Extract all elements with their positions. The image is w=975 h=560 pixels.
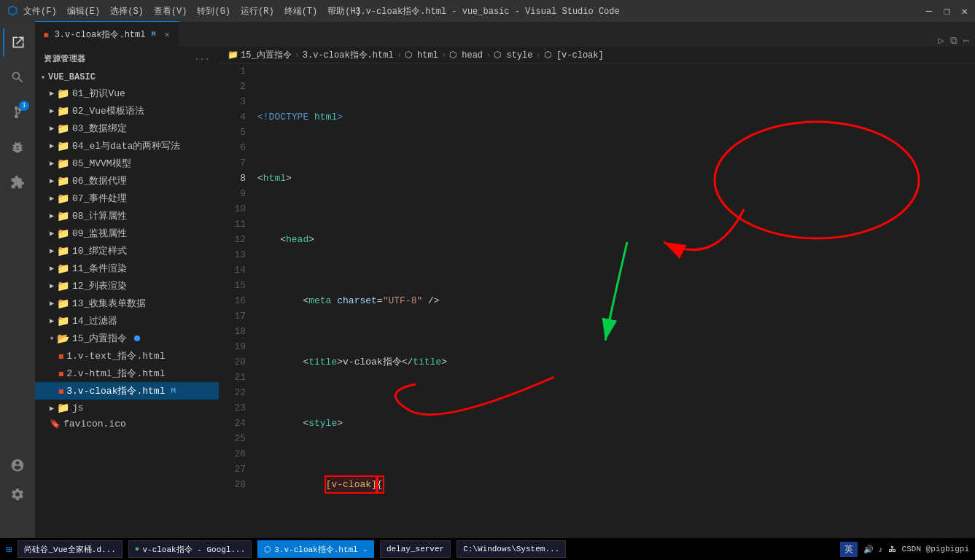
editor-area: 📁 15_内置指令 › 3.v-cloak指令.html › ⬡ html › …: [219, 47, 975, 560]
breadcrumb-sep2: ›: [397, 50, 402, 61]
breadcrumb-sep5: ›: [536, 50, 541, 61]
sidebar-icon-search[interactable]: [3, 63, 32, 92]
sidebar-icon-scm[interactable]: 1: [3, 98, 32, 127]
folder-icon: 📁: [57, 402, 69, 414]
code-token: <: [257, 232, 286, 247]
maximize-button[interactable]: ❐: [944, 5, 949, 18]
folder-07[interactable]: ▶ 📁 07_事件处理: [35, 190, 219, 207]
file-2-vhtml[interactable]: ◼ 2.v-html_指令.html: [35, 365, 219, 382]
code-token: >v-cloak指令</: [337, 354, 413, 370]
taskbar-icons: 🔊 ♪ 🖧: [863, 545, 896, 554]
menu-view[interactable]: 查看(V): [154, 5, 187, 18]
folder-label: 07_事件处理: [72, 192, 127, 205]
file-favicon[interactable]: 🔖 favicon.ico: [35, 416, 219, 432]
code-line-4: <meta charset="UTF-8" />: [257, 293, 975, 308]
folder-label: 01_初识Vue: [72, 87, 125, 100]
breadcrumb-head[interactable]: ⬡ head: [449, 50, 483, 61]
taskbar-item-sgg[interactable]: 尚硅谷_Vue全家桶.d...: [18, 540, 122, 558]
folder-14[interactable]: ▶ 📁 14_过滤器: [35, 312, 219, 330]
folder-icon-small: 📁: [228, 50, 238, 61]
breadcrumb-style[interactable]: ⬡ style: [494, 50, 532, 61]
tab-vcloak[interactable]: ◼ 3.v-cloak指令.html M ✕: [35, 21, 179, 47]
breadcrumb-vcloak[interactable]: ⬡ [v-cloak]: [544, 50, 604, 61]
line-num-20: 20: [228, 354, 246, 370]
code-token: meta: [308, 293, 337, 308]
folder-triangle: ▶: [50, 159, 54, 168]
folder-15[interactable]: ▾ 📂 15_内置指令: [35, 330, 219, 347]
sidebar-icon-debug[interactable]: [3, 133, 32, 162]
code-container[interactable]: 1 2 3 4 5 6 7 8 9 10 11 12 13 14 15 16 1: [219, 63, 975, 544]
sidebar-icon-extensions[interactable]: [3, 168, 32, 197]
folder-09[interactable]: ▶ 📁 09_监视属性: [35, 225, 219, 242]
folder-11[interactable]: ▶ 📁 11_条件渲染: [35, 260, 219, 277]
folder-05[interactable]: ▶ 📁 05_MVVM模型: [35, 155, 219, 172]
minimize-button[interactable]: —: [926, 5, 932, 18]
run-icon[interactable]: ▷: [938, 34, 944, 47]
folder-06[interactable]: ▶ 📁 06_数据代理: [35, 172, 219, 190]
line-num-22: 22: [228, 385, 246, 400]
folder-icon: 📁: [57, 315, 69, 327]
windows-icon[interactable]: ⊞: [6, 543, 12, 556]
file-3-vcloak[interactable]: ◼ 3.v-cloak指令.html M: [35, 382, 219, 400]
folder-triangle: ▶: [50, 264, 54, 273]
line-num-24: 24: [228, 416, 246, 431]
folder-icon: 📁: [57, 105, 69, 117]
folder-icon: 📁: [57, 262, 69, 275]
taskbar-item-cmd[interactable]: C:\Windows\System...: [457, 540, 566, 558]
line-num-19: 19: [228, 339, 246, 354]
folder-label: 09_监视属性: [72, 227, 127, 240]
folder-triangle: ▶: [50, 141, 54, 150]
sidebar-icon-settings[interactable]: [3, 480, 32, 509]
taskbar-item-label: v-cloak指令 - Googl...: [142, 544, 245, 555]
folder-04[interactable]: ▶ 📁 04_el与data的两种写法: [35, 137, 219, 155]
taskbar-item-label: 尚硅谷_Vue全家桶.d...: [24, 544, 115, 555]
breadcrumb-sep4: ›: [486, 50, 491, 61]
folder-icon: 📁: [57, 228, 69, 240]
folder-triangle: ▶: [50, 106, 54, 115]
more-icon[interactable]: ⋯: [963, 34, 969, 47]
breadcrumb-15[interactable]: 📁 15_内置指令: [228, 49, 292, 61]
breadcrumb-text: ⬡ html: [405, 50, 438, 61]
breadcrumb-text: ⬡ [v-cloak]: [544, 50, 604, 61]
folder-13[interactable]: ▶ 📁 13_收集表单数据: [35, 295, 219, 312]
menu-select[interactable]: 选择(S): [110, 5, 144, 18]
folder-label: 06_数据代理: [72, 174, 127, 187]
taskbar-item-delay[interactable]: delay_server: [380, 540, 451, 558]
folder-js[interactable]: ▶ 📁 js: [35, 400, 219, 416]
breadcrumb-html[interactable]: ⬡ html: [405, 50, 438, 61]
code-line-1: <!DOCTYPE html>: [257, 109, 975, 125]
folder-12[interactable]: ▶ 📁 12_列表渲染: [35, 277, 219, 295]
folder-icon: 📁: [57, 298, 69, 310]
sidebar-icon-explorer[interactable]: [3, 47, 32, 57]
file-1-vtext[interactable]: ◼ 1.v-text_指令.html: [35, 347, 219, 365]
line-num-26: 26: [228, 446, 246, 462]
folder-01[interactable]: ▶ 📁 01_初识Vue: [35, 85, 219, 102]
sidebar-icon-accounts[interactable]: [3, 451, 32, 480]
menu-goto[interactable]: 转到(G): [197, 5, 230, 18]
folder-08[interactable]: ▶ 📁 08_计算属性: [35, 207, 219, 225]
main-content: 1 资源管理器 ··· ▾ VUE_BASIC: [0, 47, 975, 560]
code-line-7: [v-cloak]{: [257, 477, 975, 492]
breadcrumb-file[interactable]: 3.v-cloak指令.html: [303, 49, 394, 61]
toolbar-right: ▷ ⧉ ⋯: [932, 34, 975, 47]
root-folder[interactable]: ▾ VUE_BASIC: [35, 70, 219, 85]
line-num-11: 11: [228, 217, 246, 232]
code-token: >: [286, 171, 292, 186]
menu-edit[interactable]: 编辑(E): [67, 5, 101, 18]
menu-file[interactable]: 文件(F): [23, 5, 57, 18]
taskbar-item-vscode[interactable]: ⬡ 3.v-cloak指令.html -: [257, 540, 374, 558]
split-icon[interactable]: ⧉: [950, 35, 957, 47]
folder-03[interactable]: ▶ 📁 03_数据绑定: [35, 120, 219, 137]
close-button[interactable]: ✕: [962, 5, 968, 18]
line-num-10: 10: [228, 201, 246, 217]
tab-close-icon[interactable]: ✕: [164, 29, 169, 40]
menu-terminal[interactable]: 终端(T): [284, 5, 318, 18]
taskbar-item-chrome[interactable]: ● v-cloak指令 - Googl...: [128, 540, 252, 558]
folder-10[interactable]: ▶ 📁 10_绑定样式: [35, 242, 219, 260]
code-line-5: <title>v-cloak指令</title>: [257, 354, 975, 370]
menu-run[interactable]: 运行(R): [241, 5, 274, 18]
folder-02[interactable]: ▶ 📁 02_Vue模板语法: [35, 102, 219, 120]
code-lines[interactable]: <!DOCTYPE html> <html> <head> <meta char…: [252, 63, 975, 544]
code-token: >: [441, 354, 447, 370]
explorer-more-icon[interactable]: ···: [195, 55, 210, 63]
